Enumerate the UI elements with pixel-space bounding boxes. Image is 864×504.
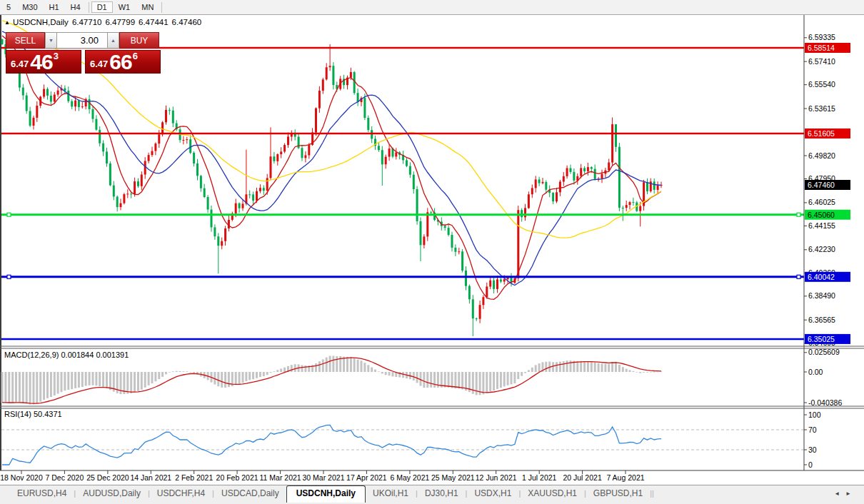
volume-decrease-button[interactable]: ▼ (45, 32, 57, 49)
volume-increase-button[interactable]: ▲ (107, 32, 119, 49)
svg-text:6.53615: 6.53615 (808, 104, 835, 113)
timeframe-toolbar: 5M30H1H4D1W1MN (0, 0, 864, 15)
tab-scroll-arrows: ◄► (834, 490, 857, 497)
rsi-indicator-label: RSI(14) 50.4371 (4, 410, 62, 418)
svg-text:6.42230: 6.42230 (808, 245, 835, 253)
tab-separator: | (652, 485, 654, 498)
symbol-tab-bar: EURUSD,H4|AUDUSD,Daily|USDCHF,H4|USDCAD,… (0, 485, 864, 504)
trading-app-window: { "toolbar": { "timeframes": ["5", "M30"… (0, 0, 864, 504)
tab-usdcnh-daily[interactable]: USDCNH,Daily (286, 485, 366, 503)
tab-ukoil-h1[interactable]: UKOil,H1 (366, 485, 416, 502)
svg-text:70: 70 (808, 425, 817, 434)
svg-text:-0.040386: -0.040386 (808, 398, 842, 407)
svg-text:17 Apr 2021: 17 Apr 2021 (346, 473, 387, 482)
buy-button[interactable]: BUY (119, 32, 159, 49)
buy-price-display[interactable]: 6.47 66 6 (85, 50, 161, 74)
sell-price-prefix: 6.47 (11, 59, 29, 69)
svg-text:30: 30 (808, 445, 817, 454)
svg-text:2 Feb 2021: 2 Feb 2021 (175, 473, 213, 482)
svg-text:6.40042: 6.40042 (808, 273, 835, 281)
tab-eurusd-h4[interactable]: EURUSD,H4 (10, 485, 74, 502)
sell-price-display[interactable]: 6.47 46 3 (6, 50, 81, 74)
tab-xauusd-h1[interactable]: XAUUSD,H1 (521, 485, 584, 502)
timeframe-H4[interactable]: H4 (65, 1, 86, 13)
svg-text:100: 100 (808, 410, 821, 419)
svg-text:6.35025: 6.35025 (808, 335, 835, 343)
svg-text:25 Dec 2020: 25 Dec 2020 (86, 473, 129, 482)
timeframe-M30[interactable]: M30 (16, 1, 43, 13)
ohlc-open: 6.47710 (72, 18, 102, 26)
svg-text:25 May 2021: 25 May 2021 (431, 473, 475, 482)
ohlc-low: 6.47441 (139, 18, 169, 26)
toolbar-separator (89, 2, 89, 13)
timeframe-W1[interactable]: W1 (113, 1, 136, 13)
svg-text:0.025609: 0.025609 (808, 348, 840, 356)
timeframe-D1[interactable]: D1 (91, 1, 113, 13)
svg-text:6.46025: 6.46025 (808, 198, 835, 206)
svg-text:6.58514: 6.58514 (808, 44, 835, 52)
tab-usdchf-h4[interactable]: USDCHF,H4 (150, 485, 212, 502)
collapse-triangle-icon[interactable]: ▲ (4, 19, 10, 26)
tab-scroll-right-icon[interactable]: ► (845, 490, 857, 497)
svg-text:6.36565: 6.36565 (808, 316, 835, 324)
timeframe-H1[interactable]: H1 (44, 1, 65, 13)
svg-text:7 Aug 2021: 7 Aug 2021 (606, 473, 644, 482)
one-click-trade-panel: SELL ▼ ▲ BUY 6.47 46 3 6.47 66 6 (6, 32, 162, 74)
svg-text:6.44155: 6.44155 (808, 221, 835, 230)
sell-price-sup: 3 (54, 51, 59, 61)
toolbar-separator (161, 2, 162, 13)
svg-text:0.00: 0.00 (808, 368, 823, 376)
chart-title: ▲USDCNH,Daily6.477106.477996.474416.4746… (4, 18, 201, 26)
buy-price-big: 66 (109, 52, 131, 72)
svg-text:20 Feb 2021: 20 Feb 2021 (216, 473, 258, 482)
svg-text:20 Jul 2021: 20 Jul 2021 (563, 473, 601, 482)
timeframe-5[interactable]: 5 (1, 1, 16, 13)
sell-price-big: 46 (30, 52, 52, 72)
chart-symbol-label: USDCNH,Daily (13, 18, 69, 26)
tab-dj30-h1[interactable]: DJ30,H1 (418, 485, 466, 502)
svg-text:6.45060: 6.45060 (808, 211, 835, 219)
buy-price-sup: 6 (133, 51, 138, 61)
buy-price-prefix: 6.47 (90, 59, 108, 69)
svg-text:12 Jun 2021: 12 Jun 2021 (476, 473, 517, 482)
svg-text:6 May 2021: 6 May 2021 (390, 473, 429, 482)
svg-text:30 Mar 2021: 30 Mar 2021 (303, 473, 345, 482)
ohlc-high: 6.47799 (105, 18, 135, 26)
tab-usdcad-daily[interactable]: USDCAD,Daily (214, 485, 286, 502)
svg-text:7 Dec 2020: 7 Dec 2020 (46, 473, 84, 482)
svg-text:6.59335: 6.59335 (808, 33, 835, 41)
svg-text:6.38490: 6.38490 (808, 291, 835, 300)
svg-text:6.47460: 6.47460 (808, 181, 835, 189)
chart-canvas[interactable]: 6.593356.574106.555406.536156.498206.479… (0, 15, 864, 485)
svg-text:0: 0 (808, 460, 813, 469)
svg-text:18 Nov 2020: 18 Nov 2020 (0, 473, 43, 482)
tab-audusd-daily[interactable]: AUDUSD,Daily (76, 485, 148, 502)
macd-indicator-label: MACD(12,26,9) 0.001844 0.001391 (4, 351, 129, 359)
timeframe-MN[interactable]: MN (136, 1, 159, 13)
tab-gbpusd-h1[interactable]: GBPUSD,H1 (586, 485, 650, 502)
svg-text:6.55540: 6.55540 (808, 80, 835, 89)
svg-text:6.51605: 6.51605 (808, 129, 835, 138)
tab-scroll-left-icon[interactable]: ◄ (834, 490, 845, 497)
svg-text:14 Jan 2021: 14 Jan 2021 (130, 473, 171, 482)
chart-window: 6.593356.574106.555406.536156.498206.479… (0, 15, 864, 485)
sell-button[interactable]: SELL (6, 32, 45, 49)
svg-text:11 Mar 2021: 11 Mar 2021 (260, 473, 301, 482)
volume-input[interactable] (57, 32, 107, 49)
ohlc-close: 6.47460 (172, 18, 202, 26)
svg-text:6.49820: 6.49820 (808, 151, 835, 160)
svg-text:1 Jul 2021: 1 Jul 2021 (522, 473, 557, 482)
tab-usdx-h1[interactable]: USDX,H1 (467, 485, 518, 502)
svg-text:6.57410: 6.57410 (808, 57, 835, 66)
